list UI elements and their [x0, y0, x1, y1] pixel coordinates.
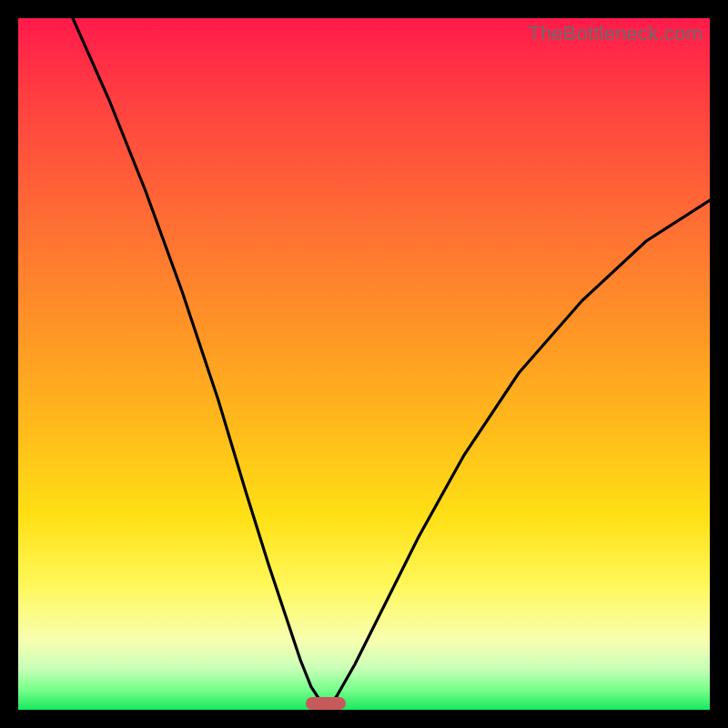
chart-frame: TheBottleneck.com	[18, 18, 710, 710]
left-curve	[73, 18, 326, 710]
right-curve	[326, 200, 710, 710]
curve-layer	[18, 18, 710, 710]
bottleneck-marker	[306, 697, 346, 710]
